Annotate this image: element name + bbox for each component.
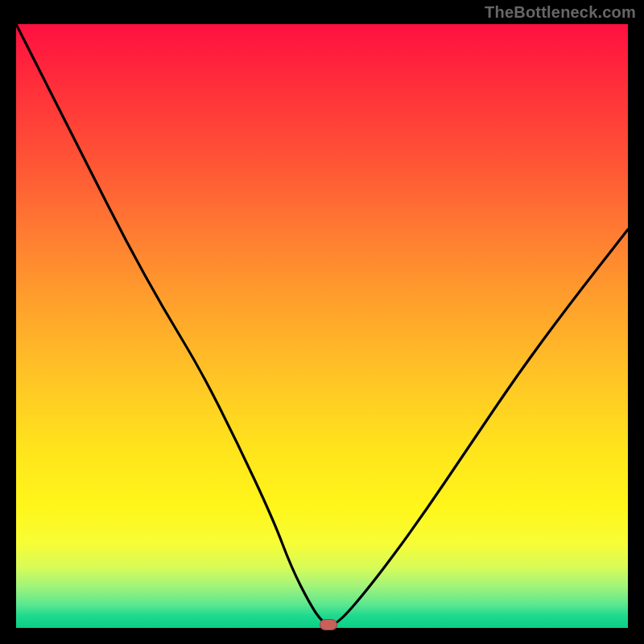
min-point-marker [320,619,337,630]
bottleneck-curve [16,24,628,625]
curve-svg [16,24,628,628]
watermark-text: TheBottleneck.com [485,3,636,22]
plot-area [16,24,628,628]
chart-root: TheBottleneck.com [0,0,644,644]
